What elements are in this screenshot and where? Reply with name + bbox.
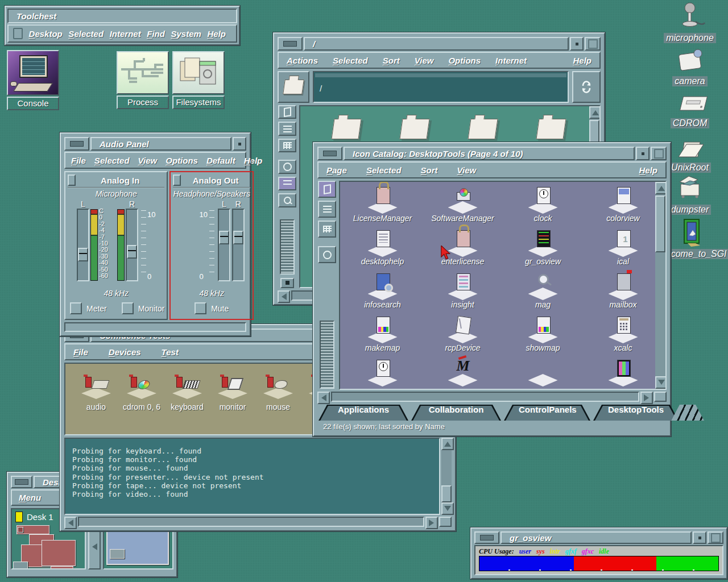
meter-checkbox[interactable] xyxy=(70,302,82,314)
monitor-checkbox-row[interactable]: Monitor xyxy=(122,302,165,314)
menu-internet[interactable]: Internet xyxy=(495,56,527,65)
menu-view[interactable]: View xyxy=(415,56,434,65)
audio-panel-window[interactable]: Audio Panel File Selected View Options D… xyxy=(60,132,251,336)
minimize-button[interactable] xyxy=(64,137,89,151)
catalog-item[interactable]: rcpDevice xyxy=(423,315,503,358)
catalog-item[interactable]: mailbox xyxy=(583,272,663,315)
menu-file[interactable]: File xyxy=(71,156,86,165)
catalog-item[interactable]: insight xyxy=(423,272,503,315)
scroll-thumbwheel[interactable] xyxy=(280,219,295,275)
minimize-button[interactable] xyxy=(11,476,32,488)
analog-out-panel[interactable]: Analog Out Headphone/Speakers 10 0 L R 4… xyxy=(169,171,253,320)
mute-checkbox-row[interactable]: Mute xyxy=(195,302,229,314)
scroll-thumbwheel[interactable] xyxy=(320,321,334,389)
window-menu-button[interactable] xyxy=(693,531,706,544)
menu-test[interactable]: Test xyxy=(162,347,179,357)
panel-collapse-tab[interactable] xyxy=(173,174,181,186)
detail-view-button[interactable] xyxy=(278,139,296,152)
menu-view[interactable]: View xyxy=(457,165,477,175)
menu-help[interactable]: Help xyxy=(244,156,263,165)
monitor-checkbox[interactable] xyxy=(122,302,134,314)
menu-default[interactable]: Default xyxy=(206,156,235,165)
minimize-button[interactable] xyxy=(317,147,342,160)
maximize-button[interactable] xyxy=(708,531,723,544)
mute-checkbox[interactable] xyxy=(195,302,206,314)
menu-internet[interactable]: Internet xyxy=(110,29,141,39)
scroll-down-arrow[interactable] xyxy=(441,502,454,515)
toolchest-window[interactable]: Toolchest Desktop Selected Internet Find… xyxy=(5,6,240,45)
menu-devices[interactable]: Devices xyxy=(109,347,141,357)
refresh-button[interactable] xyxy=(572,71,601,103)
catalog-vscrollbar[interactable] xyxy=(655,182,665,389)
catalog-hscrollbar[interactable] xyxy=(317,392,667,402)
test-console[interactable]: Probing for keyboard... found Probing fo… xyxy=(64,438,440,515)
catalog-item[interactable] xyxy=(423,358,503,390)
menu-sort[interactable]: Sort xyxy=(383,56,400,65)
catalog-item[interactable]: makemap xyxy=(342,315,423,358)
catalog-item[interactable]: infosearch xyxy=(342,272,423,315)
gr-osview-window[interactable]: gr_osview CPU Usage: user sys intr gfxf … xyxy=(470,527,727,579)
icon-view-button[interactable] xyxy=(318,181,336,198)
scroll-down-arrow[interactable] xyxy=(655,376,667,389)
maximize-button[interactable] xyxy=(585,37,601,51)
list-view-button[interactable] xyxy=(318,201,336,218)
icon-view-button[interactable] xyxy=(278,105,296,119)
detail-view-button[interactable] xyxy=(318,221,336,238)
menu-sort[interactable]: Sort xyxy=(421,165,438,175)
catalog-item[interactable]: SoftwareManager xyxy=(423,185,503,228)
device-item[interactable]: mouse xyxy=(255,373,301,411)
tab-collaboration[interactable]: Collaboration xyxy=(411,405,501,421)
catalog-item[interactable] xyxy=(503,358,583,390)
panel-collapse-tab[interactable] xyxy=(68,174,76,186)
home-scroll-button[interactable] xyxy=(280,278,294,288)
scroll-left-arrow[interactable] xyxy=(64,517,77,529)
menu-view[interactable]: View xyxy=(138,156,158,165)
catalog-item[interactable]: showmap xyxy=(503,315,583,358)
menu-find[interactable]: Find xyxy=(147,29,165,39)
device-item[interactable]: audio xyxy=(73,373,119,411)
filesystems-launcher[interactable]: Filesystems xyxy=(172,51,225,109)
input-left-slider[interactable] xyxy=(77,209,89,281)
output-right-slider[interactable] xyxy=(232,209,245,281)
window-menu-button[interactable] xyxy=(636,147,650,160)
catalog-item[interactable] xyxy=(342,358,423,390)
scroll-left-arrow[interactable] xyxy=(278,290,290,303)
device-item[interactable]: monitor xyxy=(210,373,255,411)
menu-selected[interactable]: Selected xyxy=(333,56,368,65)
window-menu-button[interactable] xyxy=(233,137,246,151)
scroll-up-arrow[interactable] xyxy=(655,182,667,194)
catalog-item[interactable]: mag xyxy=(503,272,583,315)
current-folder-button[interactable] xyxy=(278,71,309,103)
path-field[interactable]: / xyxy=(313,71,569,103)
menu-options[interactable]: Options xyxy=(166,156,198,165)
tab-desktoptools-active[interactable]: DesktopTools xyxy=(593,405,679,421)
catalog-item[interactable] xyxy=(583,358,663,390)
catalog-item[interactable]: LicenseManager xyxy=(342,185,423,228)
menu-page[interactable]: Page xyxy=(326,165,347,175)
menu-help[interactable]: Help xyxy=(573,56,592,65)
filter-button[interactable] xyxy=(278,177,296,190)
icon-catalog-window[interactable]: Icon Catalog: DesktopTools (Page 4 of 10… xyxy=(313,142,671,436)
menu-actions[interactable]: Actions xyxy=(287,56,318,65)
process-launcher[interactable]: Process xyxy=(117,51,169,109)
maximize-button[interactable] xyxy=(651,147,667,160)
people-view-button[interactable] xyxy=(278,160,296,173)
scroll-right-arrow[interactable] xyxy=(425,517,438,529)
console-vscrollbar[interactable] xyxy=(441,438,452,515)
menu-selected[interactable]: Selected xyxy=(68,29,104,39)
catalog-item[interactable]: desktophelp xyxy=(342,228,423,272)
catalog-item[interactable]: clock xyxy=(503,185,583,228)
minimize-button[interactable] xyxy=(474,531,499,544)
catalog-item[interactable]: colorview xyxy=(583,185,663,228)
scroll-thumb[interactable] xyxy=(441,485,452,502)
scroll-thumb[interactable] xyxy=(655,196,665,252)
cdrom-item[interactable]: CDROM xyxy=(659,93,721,128)
list-view-button[interactable] xyxy=(278,122,296,135)
camera-item[interactable]: camera xyxy=(659,47,721,86)
menu-system[interactable]: System xyxy=(171,29,201,39)
scroll-right-arrow[interactable] xyxy=(640,392,653,404)
window-menu-button[interactable] xyxy=(570,37,584,51)
tab-controlpanels[interactable]: ControlPanels xyxy=(504,405,590,421)
menu-options[interactable]: Options xyxy=(448,56,481,65)
minimize-button[interactable] xyxy=(278,37,303,51)
